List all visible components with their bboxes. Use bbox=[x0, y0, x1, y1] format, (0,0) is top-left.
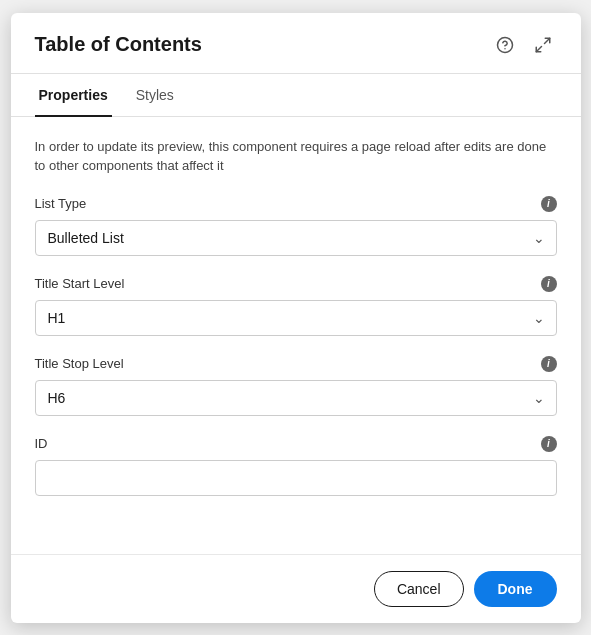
title-start-level-label-row: Title Start Level i bbox=[35, 276, 557, 292]
tab-styles[interactable]: Styles bbox=[132, 75, 178, 117]
list-type-label-row: List Type i bbox=[35, 196, 557, 212]
id-input[interactable] bbox=[35, 460, 557, 496]
help-icon[interactable] bbox=[491, 31, 519, 59]
title-start-level-label: Title Start Level bbox=[35, 276, 125, 291]
title-stop-level-select-wrapper: H1 H2 H3 H4 H5 H6 ⌄ bbox=[35, 380, 557, 416]
id-info-icon[interactable]: i bbox=[541, 436, 557, 452]
title-start-level-field-group: Title Start Level i H1 H2 H3 H4 H5 H6 ⌄ bbox=[35, 276, 557, 336]
id-label: ID bbox=[35, 436, 48, 451]
title-start-level-select-wrapper: H1 H2 H3 H4 H5 H6 ⌄ bbox=[35, 300, 557, 336]
expand-icon[interactable] bbox=[529, 31, 557, 59]
title-stop-level-info-icon[interactable]: i bbox=[541, 356, 557, 372]
title-stop-level-label: Title Stop Level bbox=[35, 356, 124, 371]
dialog-title: Table of Contents bbox=[35, 33, 202, 56]
svg-line-2 bbox=[544, 38, 549, 43]
dialog-footer: Cancel Done bbox=[11, 554, 581, 623]
tabs: Properties Styles bbox=[11, 74, 581, 117]
cancel-button[interactable]: Cancel bbox=[374, 571, 464, 607]
id-label-row: ID i bbox=[35, 436, 557, 452]
list-type-label: List Type bbox=[35, 196, 87, 211]
list-type-field-group: List Type i Bulleted List Numbered List … bbox=[35, 196, 557, 256]
header-icons bbox=[491, 31, 557, 59]
done-button[interactable]: Done bbox=[474, 571, 557, 607]
title-stop-level-field-group: Title Stop Level i H1 H2 H3 H4 H5 H6 ⌄ bbox=[35, 356, 557, 416]
title-start-level-info-icon[interactable]: i bbox=[541, 276, 557, 292]
id-field-group: ID i bbox=[35, 436, 557, 496]
tab-properties[interactable]: Properties bbox=[35, 75, 112, 117]
svg-line-3 bbox=[536, 46, 541, 51]
title-stop-level-select[interactable]: H1 H2 H3 H4 H5 H6 bbox=[35, 380, 557, 416]
info-text: In order to update its preview, this com… bbox=[35, 137, 557, 176]
title-stop-level-label-row: Title Stop Level i bbox=[35, 356, 557, 372]
title-start-level-select[interactable]: H1 H2 H3 H4 H5 H6 bbox=[35, 300, 557, 336]
list-type-select[interactable]: Bulleted List Numbered List None bbox=[35, 220, 557, 256]
dialog-header: Table of Contents bbox=[11, 13, 581, 74]
list-type-select-wrapper: Bulleted List Numbered List None ⌄ bbox=[35, 220, 557, 256]
list-type-info-icon[interactable]: i bbox=[541, 196, 557, 212]
dialog-body: In order to update its preview, this com… bbox=[11, 117, 581, 554]
table-of-contents-dialog: Table of Contents Properties St bbox=[11, 13, 581, 623]
